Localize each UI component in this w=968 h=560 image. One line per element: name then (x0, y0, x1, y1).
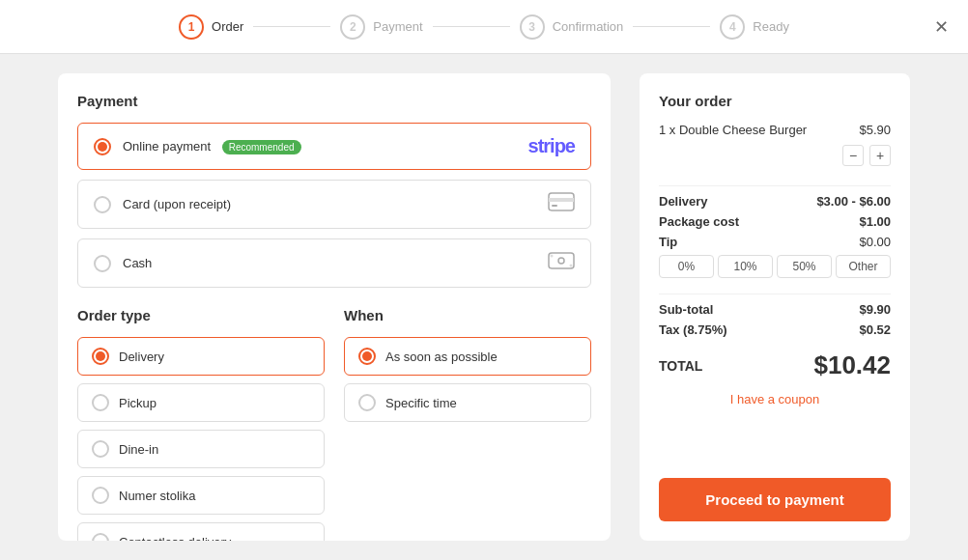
tip-0-button[interactable]: 0% (659, 255, 714, 278)
order-item-name: 1 x Double Cheese Burger (659, 123, 859, 137)
card-icon (548, 192, 575, 216)
total-amount: $10.42 (813, 350, 891, 380)
order-type-contactless[interactable]: Contactless delivery (77, 522, 325, 541)
delivery-label: Delivery (659, 194, 708, 209)
top-bar: 1 Order 2 Payment 3 Confirmation 4 Ready… (0, 0, 968, 54)
svg-point-6 (570, 265, 573, 267)
minus-button[interactable]: − (842, 145, 864, 166)
payment-section-title: Payment (77, 93, 591, 109)
svg-point-4 (558, 258, 564, 264)
order-item-price: $5.90 (859, 123, 891, 137)
total-row: TOTAL $10.42 (659, 350, 891, 380)
step-2: 2 Payment (340, 14, 422, 40)
step-label-1: Order (212, 19, 243, 34)
radio-inner-delivery (96, 351, 105, 361)
step-3: 3 Confirmation (520, 14, 624, 40)
when-asap[interactable]: As soon as possible (344, 337, 591, 376)
order-type-delivery[interactable]: Delivery (77, 337, 325, 376)
proceed-payment-button[interactable]: Proceed to payment (659, 478, 891, 521)
radio-pickup (92, 394, 109, 411)
left-panel: Payment Online payment Recommended strip… (58, 73, 611, 541)
step-label-2: Payment (373, 19, 422, 34)
tip-10-button[interactable]: 10% (718, 255, 773, 278)
tip-buttons: 0% 10% 50% Other (659, 255, 891, 278)
tip-row: Tip $0.00 (659, 235, 891, 249)
recommended-badge: Recommended (222, 140, 301, 154)
package-cost-row: Package cost $1.00 (659, 214, 891, 229)
package-cost-value: $1.00 (859, 214, 891, 229)
subtotal-label: Sub-total (659, 302, 713, 317)
step-label-3: Confirmation (553, 19, 624, 34)
stripe-logo: stripe (528, 135, 575, 157)
payment-label-cash: Cash (123, 256, 536, 270)
divider-1 (659, 185, 891, 186)
order-type-pickup[interactable]: Pickup (77, 383, 325, 422)
total-label: TOTAL (659, 358, 702, 374)
step-line-3 (633, 26, 710, 27)
steps: 1 Order 2 Payment 3 Confirmation 4 Ready (179, 14, 789, 40)
divider-2 (659, 294, 891, 294)
radio-cash (94, 255, 111, 272)
plus-button[interactable]: + (869, 145, 891, 166)
order-type-numer-stolika[interactable]: Numer stolika (77, 476, 325, 515)
payment-option-online[interactable]: Online payment Recommended stripe (77, 123, 591, 170)
step-circle-2: 2 (340, 14, 365, 40)
step-line-2 (433, 26, 510, 27)
subtotal-value: $9.90 (859, 302, 891, 317)
subtotal-row: Sub-total $9.90 (659, 302, 891, 317)
payment-label-card: Card (upon receipt) (123, 197, 536, 211)
order-type-when: Order type Delivery Pickup Dine-in (77, 307, 591, 541)
tip-amount: $0.00 (859, 235, 891, 249)
delivery-value: $3.00 - $6.00 (816, 194, 891, 209)
payment-option-card[interactable]: Card (upon receipt) (77, 180, 591, 229)
tax-value: $0.52 (859, 322, 891, 337)
radio-delivery (92, 348, 109, 365)
tip-label: Tip (659, 235, 677, 249)
when-specific[interactable]: Specific time (344, 383, 591, 422)
tip-50-button[interactable]: 50% (777, 255, 832, 278)
step-circle-3: 3 (520, 14, 545, 40)
tax-row: Tax (8.75%) $0.52 (659, 322, 891, 337)
qty-controls: − + (659, 145, 891, 166)
order-type-col: Order type Delivery Pickup Dine-in (77, 307, 325, 541)
radio-online (94, 138, 111, 155)
radio-specific (358, 394, 376, 411)
close-button[interactable]: ✕ (934, 16, 949, 38)
step-1: 1 Order (179, 14, 243, 40)
svg-point-5 (551, 255, 554, 258)
when-title: When (344, 307, 591, 323)
order-type-title: Order type (77, 307, 325, 323)
radio-dine-in (92, 440, 109, 458)
radio-inner-asap (362, 351, 372, 361)
step-circle-1: 1 (179, 14, 204, 40)
radio-contactless (92, 533, 109, 541)
step-label-4: Ready (753, 19, 789, 34)
payment-label-online: Online payment Recommended (123, 139, 517, 154)
step-4: 4 Ready (720, 14, 789, 40)
svg-rect-1 (549, 198, 574, 202)
right-panel: Your order 1 x Double Cheese Burger $5.9… (640, 73, 910, 541)
radio-inner-online (98, 142, 107, 152)
coupon-link[interactable]: I have a coupon (659, 392, 891, 406)
package-cost-label: Package cost (659, 214, 739, 229)
delivery-row: Delivery $3.00 - $6.00 (659, 194, 891, 209)
payment-option-cash[interactable]: Cash (77, 238, 591, 288)
when-col: When As soon as possible Specific time (344, 307, 591, 541)
radio-asap (358, 348, 376, 365)
step-circle-4: 4 (720, 14, 745, 40)
tax-label: Tax (8.75%) (659, 322, 727, 337)
order-type-dine-in[interactable]: Dine-in (77, 430, 325, 468)
step-line-1 (253, 26, 330, 27)
svg-rect-2 (552, 205, 557, 207)
radio-card (94, 196, 111, 213)
your-order-title: Your order (659, 93, 891, 109)
radio-numer-stolika (92, 487, 109, 504)
tip-other-button[interactable]: Other (836, 255, 891, 278)
order-item-row: 1 x Double Cheese Burger $5.90 (659, 123, 891, 137)
cash-icon (548, 251, 575, 275)
main-content: Payment Online payment Recommended strip… (0, 54, 968, 560)
